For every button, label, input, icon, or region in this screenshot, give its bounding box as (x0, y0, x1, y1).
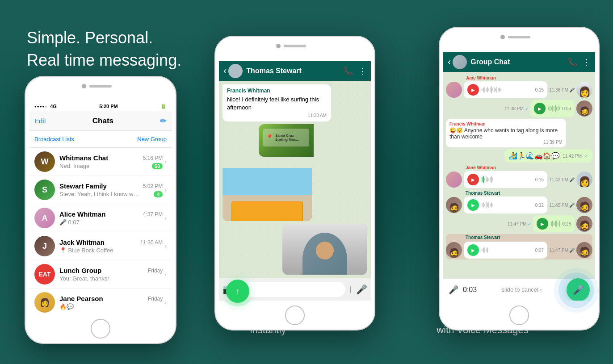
phone1-home-button[interactable] (91, 319, 110, 339)
waveform-out (548, 105, 560, 112)
chat-name-alice: Alice Whitman (59, 210, 105, 218)
recording-time: 0:03 (463, 286, 477, 294)
jane-sender-label2: Jane Whitman (446, 164, 592, 171)
francis-text-content: 😜😴 Anyone who wants to tag along is more… (449, 127, 563, 140)
chat-badge-whitmans: 50 (152, 163, 163, 169)
msg-text: Nice! I definitely feel like surfing thi… (227, 96, 327, 112)
broadcast-lists-button[interactable]: Broadcast Lists (34, 136, 74, 142)
thomas-avatar-out2: 🧔 (576, 216, 592, 232)
emoji-check: ✓ (584, 154, 588, 159)
avatar-lunch: EAT (34, 264, 55, 285)
msg-sender: Francis Whitman (227, 87, 327, 95)
chat-name-jane: Jane Pearson (59, 295, 103, 302)
voice-time-out2: 11:47 PM ✓ (508, 222, 531, 226)
play-icon4[interactable]: ▶ (467, 244, 479, 256)
chat-name-stewart: Stewart Family (59, 182, 107, 190)
voice-time-out1: 11:38 PM ✓ (504, 106, 529, 111)
edit-button[interactable]: Edit (34, 117, 46, 125)
chevron-icon: › (164, 243, 167, 250)
play-icon2[interactable]: ▶ (467, 174, 479, 185)
voice-duration-out2: 0:18 (563, 222, 571, 226)
back-button[interactable]: ‹ (223, 65, 227, 77)
send-button[interactable]: ↑ (226, 280, 249, 303)
status-bar: ●●●●○ 4G 5:20 PM 🔋 (29, 101, 172, 111)
chat-contact-name: Thomas Stewart (246, 67, 343, 75)
message-video: Thomas Stewart ▶ 11:45 AM (223, 159, 312, 221)
action-bar: Broadcast Lists New Group (29, 131, 172, 148)
phone1-screen: ●●●●○ 4G 5:20 PM 🔋 Edit Chats ✏ Broadcas… (29, 101, 172, 314)
phone3-screen: ‹ Group Chat 📞 ⋮ Jane Whitman ▶ (443, 52, 595, 301)
photo-thumbnail: 11:48 AM ✓✓ (282, 224, 367, 275)
avatar-jack: J (34, 236, 55, 256)
chat-name-jack: Jack Whitman (59, 238, 105, 246)
chevron-icon: › (164, 158, 167, 165)
chevron-icon: › (164, 186, 167, 193)
chat-preview-lunch: You: Great, thanks! (59, 275, 109, 282)
francis-text-msg: Francis Whitman 😜😴 Anyone who wants to t… (446, 119, 566, 147)
avatar-whitmans: W (34, 151, 55, 172)
chat-item-lunch[interactable]: EAT Lunch Group Friday You: Great, thank… (29, 260, 172, 289)
mic-icon-recording: 🎤 (449, 285, 458, 295)
voice-duration-out1: 0:09 (563, 106, 571, 111)
thomas-sender-label2: Thomas Stewart (446, 234, 592, 241)
chat-item-jack[interactable]: J Jack Whitman 11:30 AM 📍 Blue Rock Coff… (29, 232, 172, 260)
chat-preview-stewart: Steve: Yeah, I think I know wha... (59, 191, 140, 197)
chat-item-alice[interactable]: A Alice Whitman 4:37 PM 🎤 0:07 › (29, 204, 172, 232)
play-icon-out2[interactable]: ▶ (537, 218, 548, 230)
video-thumbnail: ▶ 11:45 AM (223, 168, 312, 221)
voice-chat-nav: ‹ Group Chat 📞 ⋮ (443, 52, 595, 72)
jane-sender-label: Jane Whitman (446, 75, 592, 81)
play-icon-out[interactable]: ▶ (534, 103, 546, 114)
chat-item-stewart[interactable]: S Stewart Family 5:02 PM Steve: Yeah, I … (29, 176, 172, 204)
chats-title: Chats (92, 117, 113, 126)
chat-preview-alice: 🎤 0:07 (59, 219, 80, 226)
more-icon[interactable]: ⋮ (358, 66, 366, 76)
voice-duration2: 0:15 (535, 177, 544, 182)
message-francis-text: Francis Whitman Nice! I definitely feel … (223, 84, 331, 121)
compose-button[interactable]: ✏ (160, 116, 167, 126)
phone1: ●●●●○ 4G 5:20 PM 🔋 Edit Chats ✏ Broadcas… (25, 76, 176, 344)
chat-item-jane[interactable]: 👩 Jane Pearson Friday 🔥💬 › (29, 289, 172, 314)
avatar-jane: 👩 (34, 292, 55, 313)
voice-time4: 11:47 PM 🎤 (549, 248, 575, 253)
phone2-screen: ‹ Thomas Stewart 📞 ⋮ Francis Whitman Nic… (219, 61, 371, 301)
play-icon3[interactable]: ▶ (467, 199, 479, 211)
message-photo: 11:48 AM ✓✓ (282, 224, 367, 275)
jane-photo-thumb: 👩 (576, 82, 592, 98)
voice-duration: 0:15 (535, 88, 544, 92)
recording-bar: 🎤 0:03 slide to cancel ‹ 🎤 (443, 278, 595, 301)
phone3-home-button[interactable] (509, 305, 529, 325)
waveform-out2 (551, 220, 560, 227)
chat-preview-jack: 📍 Blue Rock Coffee (59, 247, 113, 254)
emoji-time: 11:42 PM (563, 154, 582, 159)
battery-icon: 🔋 (160, 104, 167, 109)
chat-time-stewart: 5:02 PM (143, 183, 163, 189)
voice-time2: 11:43 PM 🎤 (549, 177, 575, 182)
jane-photo2: 👩 (576, 172, 592, 188)
chat-list: W Whitmans Chat 5:16 PM Ned: Image 50 › … (29, 148, 172, 314)
new-group-button[interactable]: New Group (137, 136, 167, 142)
thomas-photo4: 🧔 (576, 242, 592, 258)
messages-area: Francis Whitman Nice! I definitely feel … (219, 81, 371, 278)
mic-icon[interactable]: 🎤 (356, 284, 367, 295)
phone3: ‹ Group Chat 📞 ⋮ Jane Whitman ▶ (439, 27, 600, 331)
message-input[interactable] (237, 282, 345, 297)
francis-sender: Francis Whitman (449, 121, 563, 126)
phone2-home-button[interactable] (285, 305, 305, 325)
jane-avatar2 (446, 172, 462, 188)
phone2-speaker (284, 45, 306, 47)
back-button[interactable]: ‹ (448, 56, 451, 68)
signal-dots: ●●●●○ (34, 105, 47, 109)
chat-contact-avatar (228, 64, 243, 78)
chat-preview-jane: 🔥💬 (59, 303, 74, 310)
nav-bar: Edit Chats ✏ (29, 111, 172, 131)
more-icon[interactable]: ⋮ (583, 57, 591, 67)
chat-item-whitmans[interactable]: W Whitmans Chat 5:16 PM Ned: Image 50 › (29, 148, 172, 176)
thomas-photo3: 🧔 (576, 197, 592, 213)
play-icon[interactable]: ▶ (467, 84, 479, 96)
chevron-icon: › (164, 214, 167, 222)
voice-time-meta: 11:38 PM 🎤 (549, 88, 575, 92)
stop-recording-button[interactable]: 🎤 (567, 278, 590, 301)
call-icon[interactable]: 📞 (567, 57, 577, 67)
call-icon[interactable]: 📞 (343, 66, 353, 76)
